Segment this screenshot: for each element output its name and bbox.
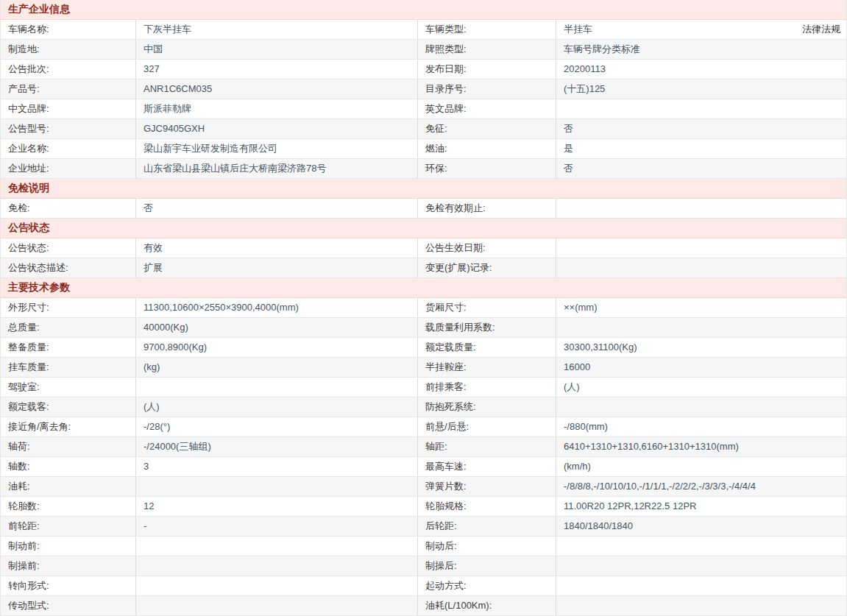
table-row: 整备质量: 9700,8900(Kg) 额定载质量: 30300,31100(K… xyxy=(1,338,846,358)
table-row: 转向形式: 起动方式: xyxy=(1,576,846,596)
field-value: 山东省梁山县梁山镇后庄大桥南梁济路78号 xyxy=(136,159,418,178)
field-value: 327 xyxy=(136,60,418,79)
field-value: (kg) xyxy=(136,358,418,377)
section-title: 公告状态 xyxy=(1,219,846,238)
field-value: 30300,31100(Kg) xyxy=(564,338,637,357)
field-label: 轮胎数: xyxy=(1,497,136,516)
field-label: 制动前: xyxy=(1,537,136,556)
section-title: 免检说明 xyxy=(1,179,846,199)
field-label: 外形尺寸: xyxy=(1,298,136,317)
table-row: 外形尺寸: 11300,10600×2550×3900,4000(mm) 货厢尺… xyxy=(1,298,846,318)
field-value: (人) xyxy=(136,397,418,417)
field-value: 否 xyxy=(564,159,573,178)
field-label: 制造地: xyxy=(1,40,136,59)
table-row: 制操前: 制操后: xyxy=(1,556,846,576)
field-value: -/8/8/8,-/10/10/10,-/1/1/1,-/2/2/2,-/3/3… xyxy=(564,477,756,496)
field-value: -/28(°) xyxy=(136,417,418,436)
field-value: ANR1C6CM035 xyxy=(136,79,418,99)
table-row: 制造地: 中国 牌照类型: 车辆号牌分类标准 xyxy=(1,40,846,60)
field-value xyxy=(136,596,418,615)
field-label: 免检有效期止: xyxy=(418,199,556,218)
field-value: (十五)125 xyxy=(564,79,605,99)
table-row: 公告型号: GJC9405GXH 免征: 否 xyxy=(1,119,846,139)
field-value: ××(mm) xyxy=(564,298,598,317)
field-value: 车辆号牌分类标准 xyxy=(564,40,640,59)
table-row: 油耗: 弹簧片数: -/8/8/8,-/10/10/10,-/1/1/1,-/2… xyxy=(1,477,846,497)
field-value xyxy=(136,576,418,595)
field-label: 前排乘客: xyxy=(418,378,556,397)
field-label: 半挂鞍座: xyxy=(418,358,556,377)
field-value xyxy=(136,477,418,496)
field-label: 产品号: xyxy=(1,79,136,99)
field-label: 公告型号: xyxy=(1,119,136,138)
field-value: 否 xyxy=(136,199,418,218)
field-label: 制操前: xyxy=(1,556,136,576)
field-value: 下灰半挂车 xyxy=(136,20,418,39)
field-value: 半挂车 xyxy=(564,20,592,39)
field-label: 转向形式: xyxy=(1,576,136,595)
table-row: 挂车质量: (kg) 半挂鞍座: 16000 xyxy=(1,358,846,378)
field-value: 斯派菲勒牌 xyxy=(136,99,418,118)
field-label: 车辆名称: xyxy=(1,20,136,39)
field-value: 否 xyxy=(564,119,573,138)
table-row: 企业地址: 山东省梁山县梁山镇后庄大桥南梁济路78号 环保: 否 xyxy=(1,159,846,179)
table-row: 公告批次: 327 发布日期: 20200113 xyxy=(1,60,846,79)
field-label: 货厢尺寸: xyxy=(418,298,556,317)
table-row: 产品号: ANR1C6CM035 目录序号: (十五)125 xyxy=(1,79,846,99)
field-label: 轴数: xyxy=(1,457,136,476)
field-label: 公告生效日期: xyxy=(418,238,556,258)
field-value: 有效 xyxy=(136,238,418,258)
field-label: 制动后: xyxy=(418,537,556,556)
table-row: 公告状态描述: 扩展 变更(扩展)记录: xyxy=(1,258,846,278)
field-label: 最高车速: xyxy=(418,457,556,476)
field-value: 扩展 xyxy=(136,258,418,277)
field-label: 制操后: xyxy=(418,556,556,576)
field-label: 免征: xyxy=(418,119,556,138)
field-label: 挂车质量: xyxy=(1,358,136,377)
field-label: 起动方式: xyxy=(418,576,556,595)
field-value: 16000 xyxy=(564,358,590,377)
table-row: 车辆名称: 下灰半挂车 车辆类型: 半挂车 法律法规 xyxy=(1,20,846,40)
table-row: 轴荷: -/24000(三轴组) 轴距: 6410+1310+1310,6160… xyxy=(1,437,846,457)
field-value: 40000(Kg) xyxy=(136,318,418,337)
field-label: 燃油: xyxy=(418,139,556,158)
field-value: 11300,10600×2550×3900,4000(mm) xyxy=(136,298,418,317)
field-value xyxy=(136,556,418,576)
table-row: 传动型式: 油耗(L/100Km): xyxy=(1,596,846,616)
table-row: 总质量: 40000(Kg) 载质量利用系数: xyxy=(1,318,846,338)
field-label: 轴荷: xyxy=(1,437,136,456)
field-label: 额定载质量: xyxy=(418,338,556,357)
field-label: 弹簧片数: xyxy=(418,477,556,496)
field-value: 20200113 xyxy=(564,60,606,79)
field-value: -/24000(三轴组) xyxy=(136,437,418,456)
field-value: 梁山新宇车业研发制造有限公司 xyxy=(136,139,418,158)
field-label: 油耗: xyxy=(1,477,136,496)
legal-link[interactable]: 法律法规 xyxy=(802,20,840,39)
field-label: 企业地址: xyxy=(1,159,136,178)
table-row: 驾驶室: 前排乘客: (人) xyxy=(1,378,846,397)
table-row: 额定载客: (人) 防抱死系统: xyxy=(1,397,846,417)
field-label: 整备质量: xyxy=(1,338,136,357)
field-value: -/880(mm) xyxy=(564,417,608,436)
field-label: 防抱死系统: xyxy=(418,397,556,417)
field-label: 前轮距: xyxy=(1,517,136,536)
table-row: 轴数: 3 最高车速: (km/h) xyxy=(1,457,846,477)
table-row: 中文品牌: 斯派菲勒牌 英文品牌: xyxy=(1,99,846,119)
field-value: 6410+1310+1310,6160+1310+1310(mm) xyxy=(564,437,739,456)
field-label: 轮胎规格: xyxy=(418,497,556,516)
section-title: 主要技术参数 xyxy=(1,278,846,298)
field-value: 11.00R20 12PR,12R22.5 12PR xyxy=(564,497,696,516)
field-value: - xyxy=(136,517,418,536)
field-value: 3 xyxy=(136,457,418,476)
field-label: 后轮距: xyxy=(418,517,556,536)
field-label: 公告状态描述: xyxy=(1,258,136,277)
field-label: 油耗(L/100Km): xyxy=(418,596,556,615)
field-value: 12 xyxy=(136,497,418,516)
field-value: 是 xyxy=(564,139,573,158)
field-value xyxy=(136,378,418,397)
field-label: 发布日期: xyxy=(418,60,556,79)
field-label: 企业名称: xyxy=(1,139,136,158)
field-label: 前悬/后悬: xyxy=(418,417,556,436)
field-label: 目录序号: xyxy=(418,79,556,99)
table-row: 前轮距: - 后轮距: 1840/1840/1840 xyxy=(1,517,846,537)
